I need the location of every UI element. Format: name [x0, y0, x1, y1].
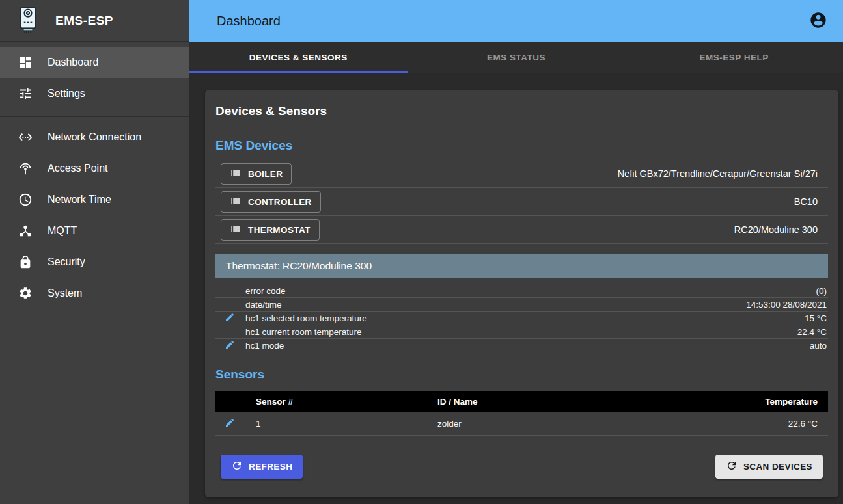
- controller-device-button[interactable]: CONTROLLER: [221, 191, 321, 213]
- edit-icon[interactable]: [225, 418, 235, 430]
- tab-ems-status[interactable]: EMS STATUS: [408, 42, 626, 73]
- card-title: Devices & Sensors: [215, 104, 828, 118]
- detail-value: 15 °C: [805, 313, 827, 323]
- thermostat-device-button[interactable]: THERMOSTAT: [221, 219, 320, 241]
- device-hub-icon: [18, 224, 33, 238]
- sidebar-item-label: Security: [48, 256, 85, 268]
- ems-devices-heading: EMS Devices: [215, 139, 828, 153]
- action-bar: REFRESH SCAN DEVICES: [215, 455, 828, 479]
- boiler-logo-icon: [16, 5, 40, 36]
- gear-icon: [18, 286, 33, 300]
- sidebar-item-label: MQTT: [48, 225, 77, 237]
- scan-devices-button[interactable]: SCAN DEVICES: [715, 455, 823, 479]
- detail-label: date/time: [245, 300, 746, 310]
- refresh-button[interactable]: REFRESH: [221, 455, 303, 479]
- sidebar-item-network-connection[interactable]: Network Connection: [0, 122, 189, 153]
- sidebar-header: EMS-ESP: [0, 0, 189, 42]
- sensor-table-header: Sensor # ID / Name Temperature: [215, 391, 828, 412]
- detail-value: 14:53:00 28/08/2021: [746, 300, 827, 310]
- ems-device-list: BOILER Nefit GBx72/Trendline/Cerapur/Gre…: [215, 160, 828, 244]
- appbar: Dashboard: [189, 0, 843, 42]
- detail-value: auto: [810, 341, 827, 351]
- tab-bar: DEVICES & SENSORS EMS STATUS EMS-ESP HEL…: [189, 42, 843, 73]
- device-model: BC10: [794, 196, 818, 207]
- sidebar-item-label: Dashboard: [48, 57, 98, 68]
- sensor-table: Sensor # ID / Name Temperature 1 zolder …: [215, 391, 828, 436]
- tab-ems-esp-help[interactable]: EMS-ESP HELP: [625, 42, 843, 73]
- refresh-icon: [231, 460, 243, 473]
- sidebar-item-label: System: [48, 287, 82, 299]
- device-row-boiler: BOILER Nefit GBx72/Trendline/Cerapur/Gre…: [215, 160, 828, 188]
- detail-label: error code: [245, 286, 816, 296]
- detail-value: (0): [816, 286, 827, 296]
- device-type-label: BOILER: [248, 169, 283, 179]
- dashboard-icon: [18, 55, 33, 70]
- boiler-device-button[interactable]: BOILER: [221, 163, 292, 185]
- sidebar: EMS-ESP Dashboard Settings Network C: [0, 0, 189, 504]
- detail-value: 22.4 °C: [797, 327, 827, 337]
- sensors-heading: Sensors: [215, 367, 828, 382]
- detail-label: hc1 mode: [245, 341, 810, 351]
- list-icon: [230, 167, 242, 181]
- edit-cell: [215, 312, 245, 325]
- sidebar-item-dashboard[interactable]: Dashboard: [0, 47, 189, 78]
- tune-icon: [18, 86, 33, 101]
- sidebar-item-label: Access Point: [48, 163, 107, 174]
- sensor-temperature: 22.6 °C: [628, 419, 828, 429]
- sidebar-item-label: Network Connection: [48, 131, 141, 143]
- sidebar-divider: [0, 116, 189, 117]
- app-window: EMS-ESP Dashboard Settings Network C: [0, 0, 843, 504]
- app-title: EMS-ESP: [55, 14, 113, 28]
- list-icon: [230, 195, 242, 209]
- sensor-name: zolder: [437, 419, 628, 429]
- sensor-number: 1: [256, 419, 437, 429]
- main-area: Dashboard DEVICES & SENSORS EMS STATUS E…: [189, 0, 843, 504]
- device-row-controller: CONTROLLER BC10: [215, 188, 828, 216]
- clock-icon: [18, 192, 33, 207]
- sidebar-item-network-time[interactable]: Network Time: [0, 184, 189, 215]
- settings-ethernet-icon: [18, 130, 33, 144]
- sensor-row: 1 zolder 22.6 °C: [215, 412, 828, 436]
- tab-devices-sensors[interactable]: DEVICES & SENSORS: [189, 42, 408, 73]
- content-area: Devices & Sensors EMS Devices BOILER Nef…: [189, 73, 843, 504]
- device-detail-table: error code (0) date/time 14:53:00 28/08/…: [215, 284, 828, 352]
- detail-row: error code (0): [215, 284, 828, 298]
- devices-sensors-card: Devices & Sensors EMS Devices BOILER Nef…: [205, 90, 838, 497]
- detail-row: hc1 selected room temperature 15 °C: [215, 312, 828, 325]
- detail-label: hc1 selected room temperature: [245, 313, 805, 323]
- sidebar-nav: Dashboard Settings Network Connection Ac: [0, 42, 189, 309]
- detail-row: hc1 current room temperature 22.4 °C: [215, 325, 828, 339]
- list-icon: [230, 223, 242, 237]
- column-sensor-number: Sensor #: [256, 397, 437, 406]
- wifi-tethering-icon: [18, 161, 33, 176]
- device-model: Nefit GBx72/Trendline/Cerapur/Greenstar …: [618, 168, 818, 179]
- sidebar-item-settings[interactable]: Settings: [0, 78, 189, 109]
- refresh-icon: [726, 460, 738, 473]
- device-row-thermostat: THERMOSTAT RC20/Moduline 300: [215, 216, 828, 244]
- device-type-label: THERMOSTAT: [248, 225, 311, 235]
- edit-icon[interactable]: [225, 312, 235, 325]
- account-button[interactable]: [805, 8, 831, 34]
- column-temperature: Temperature: [628, 397, 828, 406]
- sidebar-item-label: Network Time: [48, 194, 111, 206]
- account-circle-icon: [809, 11, 827, 31]
- detail-row: date/time 14:53:00 28/08/2021: [215, 298, 828, 312]
- sidebar-item-security[interactable]: Security: [0, 246, 189, 278]
- edit-icon[interactable]: [225, 339, 235, 352]
- scan-devices-button-label: SCAN DEVICES: [743, 462, 812, 471]
- sidebar-item-access-point[interactable]: Access Point: [0, 153, 189, 184]
- detail-label: hc1 current room temperature: [245, 327, 797, 337]
- page-title: Dashboard: [217, 14, 805, 29]
- sidebar-item-label: Settings: [48, 88, 85, 99]
- detail-row: hc1 mode auto: [215, 339, 828, 352]
- sidebar-item-system[interactable]: System: [0, 278, 189, 309]
- sidebar-item-mqtt[interactable]: MQTT: [0, 215, 189, 246]
- refresh-button-label: REFRESH: [249, 462, 292, 471]
- device-detail-header: Thermostat: RC20/Moduline 300: [215, 254, 828, 278]
- device-model: RC20/Moduline 300: [734, 224, 818, 235]
- edit-cell: [215, 339, 245, 352]
- lock-icon: [18, 255, 33, 269]
- device-type-label: CONTROLLER: [248, 197, 312, 207]
- column-id-name: ID / Name: [437, 397, 628, 406]
- edit-cell: [215, 418, 256, 430]
